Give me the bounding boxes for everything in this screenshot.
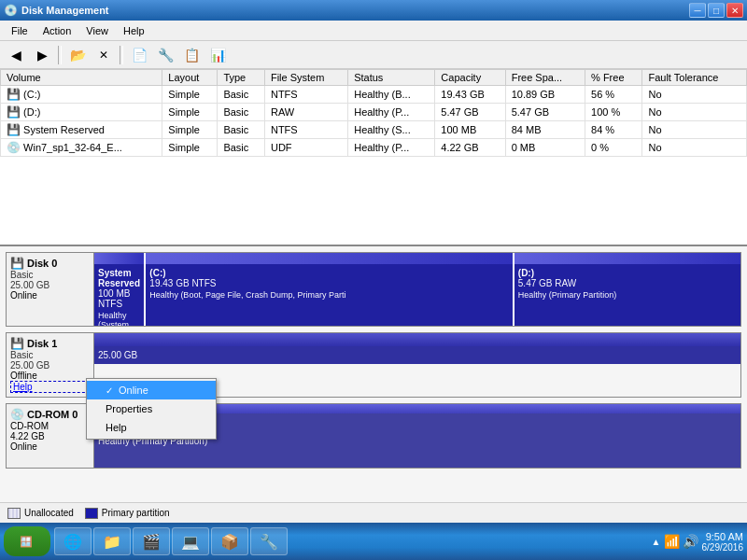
col-type[interactable]: Type	[218, 70, 265, 86]
partition-name: (D:)	[518, 268, 737, 278]
ie-icon: 🌐	[63, 531, 83, 552]
properties-button[interactable]: 📄	[127, 44, 151, 66]
disk1-name: 💾 Disk 1	[10, 337, 90, 350]
cdrom0-label: 💿 CD-ROM 0 CD-ROM 4.22 GB Online	[6, 403, 94, 469]
cell-free: 5.47 GB	[505, 104, 585, 121]
disk-table-scroll[interactable]: Volume Layout Type File System Status Ca…	[0, 69, 747, 246]
legend-primary-box	[85, 508, 98, 519]
chart-button[interactable]: 📊	[205, 44, 230, 66]
table-row[interactable]: 💾 System Reserved Simple Basic NTFS Heal…	[1, 121, 747, 139]
legend: Unallocated Primary partition	[0, 502, 747, 523]
back-button[interactable]: ◀	[4, 44, 28, 66]
menu-help[interactable]: Help	[116, 21, 152, 40]
legend-unalloc-box	[7, 508, 21, 519]
cell-pct: 84 %	[585, 121, 642, 139]
cdrom0-type: CD-ROM	[10, 421, 90, 431]
disk0-name: 💾 Disk 0	[10, 257, 90, 270]
menu-action[interactable]: Action	[35, 21, 79, 40]
title-bar-title: Disk Management	[21, 5, 109, 16]
taskbar-app-ie[interactable]: 🌐	[54, 527, 92, 555]
taskbar-right: ▲ 📶 🔊 9:50 AM 6/29/2016	[652, 531, 743, 553]
taskbar-app-tool1[interactable]: 📦	[211, 527, 248, 555]
ctx-item-help[interactable]: Help	[87, 418, 216, 437]
col-capacity[interactable]: Capacity	[435, 70, 505, 86]
partition-status: Healthy (Boot, Page File, Crash Dump, Pr…	[149, 290, 508, 300]
cell-pct: 56 %	[585, 86, 642, 104]
disk1-size: 25.00 GB	[10, 360, 90, 371]
ctx-item-online[interactable]: ✓ Online	[87, 381, 216, 399]
cell-capacity: 4.22 GB	[435, 139, 505, 157]
legend-primary-label: Primary partition	[102, 508, 170, 518]
disk1-main-label: 25.00 GB	[98, 350, 737, 360]
col-pctfree[interactable]: % Free	[585, 70, 642, 86]
taskbar-app-media[interactable]: 🎬	[133, 527, 170, 555]
col-status[interactable]: Status	[348, 70, 435, 86]
ctx-item-properties[interactable]: Properties	[87, 399, 216, 418]
cdrom0-status: Online	[10, 441, 90, 452]
disk0-partitions: System Reserved 100 MB NTFS Healthy (Sys…	[94, 252, 741, 327]
cell-fault: No	[642, 86, 747, 104]
cell-fault: No	[642, 121, 747, 139]
col-volume[interactable]: Volume	[1, 70, 162, 86]
col-freespace[interactable]: Free Spa...	[505, 70, 585, 86]
disk1-type: Basic	[10, 350, 90, 360]
ctx-help-label: Help	[106, 422, 127, 433]
cell-capacity: 19.43 GB	[435, 86, 505, 104]
disk0-label: 💾 Disk 0 Basic 25.00 GB Online	[6, 252, 94, 327]
cell-free: 0 MB	[505, 139, 585, 157]
disk1-help-link[interactable]: Help	[10, 381, 90, 393]
cell-fault: No	[642, 139, 747, 157]
table-row[interactable]: 💾 (C:) Simple Basic NTFS Healthy (B... 1…	[1, 86, 747, 104]
menu-file[interactable]: File	[4, 21, 35, 40]
start-button[interactable]: 🪟	[4, 526, 50, 556]
cell-type: Basic	[218, 121, 265, 139]
menu-view[interactable]: View	[78, 21, 116, 40]
cancel-button[interactable]: ✕	[92, 44, 116, 66]
partition-c[interactable]: (C:) 19.43 GB NTFS Healthy (Boot, Page F…	[146, 253, 514, 326]
media-icon: 🎬	[141, 531, 162, 552]
cell-status: Healthy (P...	[348, 139, 435, 157]
partition-name: (C:)	[149, 268, 508, 278]
col-filesystem[interactable]: File System	[264, 70, 347, 86]
help-button[interactable]: 📋	[179, 44, 204, 66]
title-bar-icon: 💿	[4, 4, 18, 17]
col-faulttol[interactable]: Fault Tolerance	[642, 70, 747, 86]
folder-icon: 📁	[102, 531, 122, 552]
disk-map: 💾 Disk 0 Basic 25.00 GB Online System Re…	[0, 246, 747, 502]
partition-size: 100 MB NTFS	[98, 288, 140, 309]
folder-button[interactable]: 📂	[65, 44, 90, 66]
legend-unalloc-label: Unallocated	[24, 508, 74, 518]
cell-volume: 💾 System Reserved	[1, 121, 162, 139]
cdrom-icon: 💿	[10, 408, 24, 421]
toolbar-separator-2	[120, 46, 123, 64]
maximize-button[interactable]: □	[708, 3, 725, 18]
cell-fs: UDF	[264, 139, 347, 157]
partition-system-reserved[interactable]: System Reserved 100 MB NTFS Healthy (Sys…	[94, 253, 146, 326]
partition-top-bar	[94, 253, 144, 264]
taskbar-app-terminal[interactable]: 💻	[172, 527, 209, 555]
disk1-main-content: 25.00 GB	[94, 346, 740, 364]
context-menu: ✓ Online Properties Help	[86, 378, 217, 440]
tray-up-icon: ▲	[652, 537, 661, 547]
table-row[interactable]: 💾 (D:) Simple Basic RAW Healthy (P... 5.…	[1, 104, 747, 121]
toolbar-separator-1	[58, 46, 62, 64]
taskbar-app-tool2[interactable]: 🔧	[250, 527, 288, 555]
taskbar-app-folder[interactable]: 📁	[93, 527, 131, 555]
partition-top-bar	[514, 253, 740, 264]
settings-button[interactable]: 🔧	[153, 44, 177, 66]
close-button[interactable]: ✕	[726, 3, 743, 18]
minimize-button[interactable]: ─	[689, 3, 706, 18]
legend-primary: Primary partition	[85, 508, 170, 519]
toolbar: ◀ ▶ 📂 ✕ 📄 🔧 📋 📊	[0, 41, 747, 69]
terminal-icon: 💻	[180, 531, 201, 552]
col-layout[interactable]: Layout	[162, 70, 218, 86]
tray-network-icon: 📶	[664, 534, 680, 549]
disk-icon: 💾	[10, 257, 24, 270]
forward-button[interactable]: ▶	[30, 44, 54, 66]
table-row[interactable]: 💿 Win7_sp1_32-64_E... Simple Basic UDF H…	[1, 139, 747, 157]
taskbar: 🪟 🌐 📁 🎬 💻 📦 🔧 ▲ 📶 🔊 9:50 AM 6/29/2016	[0, 523, 747, 560]
partition-d[interactable]: (D:) 5.47 GB RAW Healthy (Primary Partit…	[514, 253, 740, 326]
disk1-top-bar	[94, 333, 740, 346]
partition-status: Healthy (Primary Partition)	[518, 290, 737, 300]
cell-layout: Simple	[162, 86, 218, 104]
